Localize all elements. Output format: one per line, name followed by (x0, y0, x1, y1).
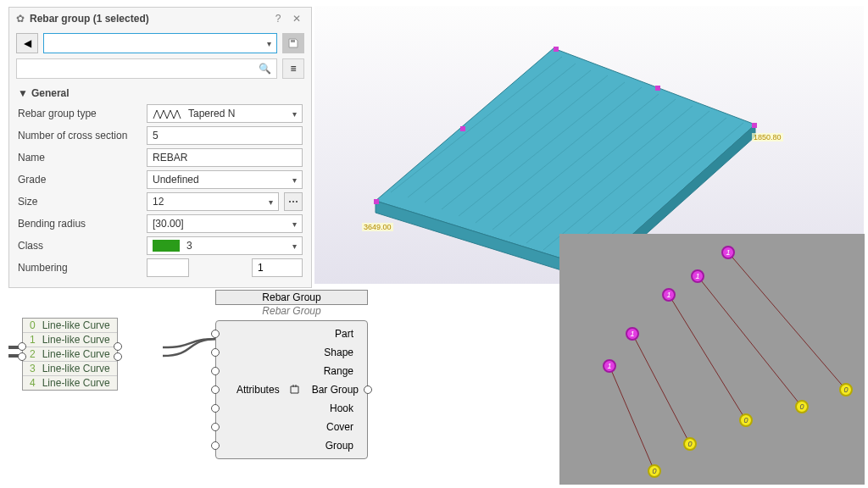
node-graph[interactable]: 0Line-like Curve1Line-like Curve2Line-li… (8, 297, 551, 483)
value-rebar-type: Tapered N (188, 108, 235, 119)
menu-button[interactable]: ≡ (282, 58, 304, 79)
slab-node (460, 126, 465, 131)
label-num-cross: Number of cross section (18, 130, 142, 141)
port-in[interactable] (211, 367, 220, 375)
back-button[interactable]: ◀ (16, 33, 38, 53)
field-class[interactable]: 3 (147, 236, 303, 255)
port-in[interactable] (211, 330, 220, 338)
list-item: 2Line-like Curve (23, 347, 117, 362)
component-input-row: Part (216, 324, 367, 343)
panel-title: Rebar group (1 selected) (30, 13, 267, 25)
label-rebar-type: Rebar group type (18, 108, 142, 119)
general-form: Rebar group type Tapered N Number of cro… (9, 103, 311, 287)
tapered-icon (153, 108, 183, 119)
save-button[interactable] (282, 33, 304, 53)
preview-point-1: 1 (721, 246, 735, 259)
field-bend-radius[interactable]: [30.00] (147, 214, 303, 233)
preview-point-0: 0 (795, 400, 809, 413)
port-in[interactable] (211, 423, 220, 431)
svg-line-19 (698, 276, 802, 407)
list-item: 4Line-like Curve (23, 376, 117, 390)
section-general-label: General (31, 87, 70, 99)
preset-dropdown[interactable] (43, 33, 277, 53)
svg-line-18 (669, 295, 746, 420)
field-size[interactable]: 12 (147, 192, 279, 211)
port-out[interactable] (364, 385, 372, 394)
field-numbering-value[interactable]: 1 (252, 258, 303, 277)
port-out[interactable] (114, 342, 122, 351)
field-numbering-prefix[interactable] (147, 258, 189, 277)
port-in[interactable] (211, 385, 220, 394)
label-grade: Grade (18, 174, 142, 186)
preview-point-1: 1 (662, 288, 676, 302)
preview-point-0: 0 (839, 383, 853, 396)
rebar-group-component[interactable]: Rebar Group Rebar Group PartShapeRangeAt… (215, 290, 368, 459)
port-in[interactable] (18, 352, 26, 361)
field-grade[interactable]: Undefined (147, 170, 303, 189)
search-icon: 🔍 (259, 63, 271, 75)
component-input-row: Group (216, 436, 367, 455)
component-input-row: Cover (216, 418, 367, 436)
label-class: Class (18, 240, 142, 252)
port-out[interactable] (114, 352, 122, 361)
preview-lines (559, 234, 865, 485)
properties-panel: ✿ Rebar group (1 selected) ? ✕ ◀ 🔍 ≡ ▼ G… (8, 7, 312, 288)
preview-point-0: 0 (648, 464, 661, 478)
list-item: 0Line-like Curve (23, 319, 117, 333)
slab-node (655, 86, 660, 91)
list-item: 1Line-like Curve (23, 333, 117, 347)
dimension-left: 3649.00 (362, 223, 393, 231)
component-input-row: AttributesBar Group (216, 380, 367, 399)
svg-line-16 (609, 366, 654, 471)
component-title: Rebar Group (215, 290, 368, 305)
label-size: Size (18, 196, 142, 208)
help-icon[interactable]: ? (270, 11, 286, 26)
component-input-row: Shape (216, 343, 367, 362)
label-bend-radius: Bending radius (18, 218, 142, 230)
class-swatch (153, 240, 180, 252)
slab-node (374, 199, 379, 204)
preview-point-0: 0 (683, 437, 697, 451)
port-in[interactable] (211, 348, 220, 357)
field-rebar-type[interactable]: Tapered N (147, 104, 303, 123)
search-row: 🔍 ≡ (9, 58, 311, 84)
dimension-right: 1850.80 (752, 133, 783, 141)
svg-line-20 (728, 252, 846, 390)
component-subtitle: Rebar Group (215, 305, 368, 320)
curve-preview-panel[interactable]: 1010101010 (559, 234, 865, 485)
field-num-cross[interactable]: 5 (147, 126, 303, 145)
section-general-header[interactable]: ▼ General (9, 84, 311, 103)
preview-point-0: 0 (739, 413, 753, 427)
chevron-down-icon: ▼ (18, 87, 28, 99)
search-input[interactable]: 🔍 (16, 58, 277, 79)
gear-icon: ✿ (16, 13, 25, 25)
panel-toolbar: ◀ (9, 30, 311, 58)
component-input-row: Range (216, 362, 367, 380)
label-name: Name (18, 152, 142, 164)
svg-line-17 (632, 334, 690, 444)
close-icon[interactable]: ✕ (289, 11, 304, 26)
preview-point-1: 1 (691, 269, 704, 283)
panel-header: ✿ Rebar group (1 selected) ? ✕ (9, 8, 311, 30)
list-item: 3Line-like Curve (23, 362, 117, 376)
port-in[interactable] (211, 404, 220, 413)
slab-node (752, 123, 757, 128)
port-in[interactable] (211, 441, 220, 450)
svg-rect-0 (291, 40, 295, 42)
component-input-row: Hook (216, 399, 367, 418)
preview-point-1: 1 (626, 327, 639, 341)
preview-point-1: 1 (603, 359, 616, 373)
label-numbering: Numbering (18, 262, 142, 274)
field-name[interactable]: REBAR (147, 148, 303, 167)
size-picker-button[interactable]: ⋯ (284, 192, 303, 211)
curve-list-node[interactable]: 0Line-like Curve1Line-like Curve2Line-li… (22, 318, 118, 391)
port-in[interactable] (18, 342, 26, 351)
slab-node (554, 47, 559, 52)
